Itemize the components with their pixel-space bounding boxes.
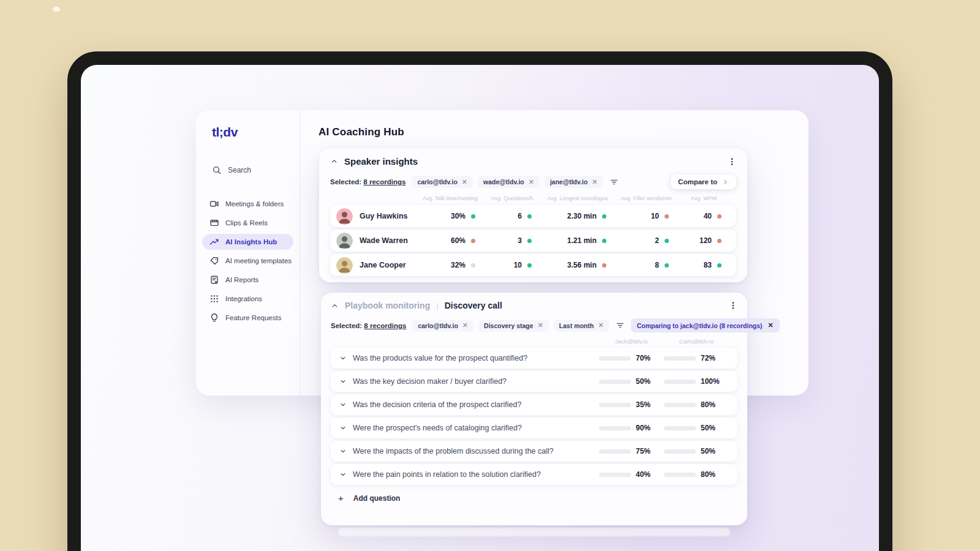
score-percent: 90% [636,424,650,432]
speaker-insights-panel: Speaker insights Selected: 8 recordings … [319,148,747,282]
playbook-question-row[interactable]: Was the key decision maker / buyer clari… [331,371,737,392]
filter-chip[interactable]: wade@tldv.io✕ [478,176,540,188]
progress-bar [599,380,631,384]
question-text: Were the impacts of the problem discusse… [353,447,599,455]
filter-chip-label: wade@tldv.io [483,178,524,186]
close-icon[interactable]: ✕ [592,179,597,186]
avatar [336,208,353,225]
selected-label: Selected: 8 recordings [331,322,406,329]
page-title: AI Coaching Hub [318,126,404,138]
clapperboard-icon [209,218,219,228]
sidebar-item-label: AI meeting templates [225,257,292,264]
filter-chip[interactable]: Discovery stage✕ [478,320,549,332]
metric-value: 3 [518,236,522,245]
playbook-monitoring-panel: Playbook monitoring | Discovery call Sel… [321,293,747,525]
collapse-chevron-up-icon[interactable] [330,157,338,165]
score-percent: 50% [636,377,650,386]
avatar [336,257,353,274]
metric-cell: 3.56 min [540,261,615,269]
add-question-button[interactable]: + Add question [331,493,737,503]
score-percent: 50% [701,447,715,455]
playbook-question-row[interactable]: Was the products value for the prospect … [331,348,737,369]
status-dot-bad [717,239,722,243]
carlo-score-cell: 100% [664,377,729,386]
sidebar-item-meetings-folders[interactable]: Meetings & folders [202,196,293,212]
close-icon[interactable]: ✕ [538,322,543,329]
close-icon[interactable]: ✕ [598,322,603,329]
filter-chip-label: carlo@tldv.io [418,322,458,329]
carlo-score-cell: 50% [664,424,729,432]
sidebar-item-ai-meeting-templates[interactable]: AI meeting templates [202,253,293,269]
filter-icon[interactable] [609,178,619,187]
chevron-right-icon [722,179,729,186]
compare-to-button[interactable]: Compare to [671,174,736,189]
add-question-label: Add question [353,494,401,503]
selected-recordings-link[interactable]: 8 recordings [364,322,406,329]
playbook-question-row[interactable]: Were the pain points in relation to the … [331,464,737,485]
column-header: Avg. Questions/h [484,195,540,201]
carlo-score-cell: 80% [664,470,729,479]
playbook-question-list: Was the products value for the prospect … [331,348,737,485]
collapse-chevron-up-icon[interactable] [331,302,339,310]
stacked-card-echo [338,528,730,536]
kebab-menu-icon[interactable] [729,301,737,310]
selected-label: Selected: 8 recordings [330,178,405,186]
status-dot-neutral [471,263,475,268]
sidebar-item-feature-requests[interactable]: Feature Requests [202,310,293,326]
search-button[interactable]: Search [212,165,300,175]
score-percent: 72% [701,354,715,362]
comparing-to-label: Comparing to jack@tldv.io (8 recordings) [637,322,763,329]
chevron-down-icon[interactable] [339,354,347,362]
speaker-name: Guy Hawkins [360,212,417,220]
chevron-down-icon[interactable] [339,378,347,385]
metric-cell: 32% [417,261,484,269]
filter-chip[interactable]: carlo@tldv.io✕ [412,320,473,332]
search-label: Search [228,166,251,174]
question-text: Were the pain points in relation to the … [353,470,599,479]
chevron-down-icon[interactable] [339,448,347,455]
grid-dots-icon [209,294,219,304]
playbook-question-row[interactable]: Was the decision criteria of the prospec… [331,394,737,415]
close-icon[interactable]: ✕ [529,179,534,186]
playbook-question-row[interactable]: Were the impacts of the problem discusse… [331,441,737,462]
speaker-insights-title: Speaker insights [344,156,418,167]
sidebar-item-integrations[interactable]: Integrations [202,291,293,307]
speaker-row[interactable]: Guy Hawkins30%62.30 min1040 [330,205,736,227]
metric-value: 10 [514,261,522,269]
video-camera-icon [209,199,219,209]
sidebar-item-label: AI Reports [225,276,258,283]
metric-value: 120 [699,236,712,245]
sidebar-item-clips-reels[interactable]: Clips & Reels [202,215,293,231]
filter-chip[interactable]: jane@tldv.io✕ [545,176,603,188]
playbook-question-row[interactable]: Were the prospect's needs of cataloging … [331,418,737,438]
sidebar-item-ai-insights-hub[interactable]: AI Insights Hub [202,234,293,250]
sidebar-item-ai-reports[interactable]: AI Reports [202,272,293,288]
comparing-to-chip[interactable]: Comparing to jack@tldv.io (8 recordings)… [631,318,780,332]
chevron-down-icon[interactable] [339,471,347,478]
close-icon[interactable]: ✕ [462,322,468,329]
metric-cell: 3 [484,236,540,245]
plus-icon: + [338,493,344,503]
status-dot-good [665,263,669,268]
status-dot-good [602,214,606,219]
status-dot-bad [665,214,669,219]
tldv-logo[interactable]: tl;dv [212,125,300,140]
filter-icon[interactable] [616,321,625,330]
chevron-down-icon[interactable] [339,401,347,408]
sidebar-menu: Meetings & foldersClips & ReelsAI Insigh… [196,196,300,326]
close-icon[interactable]: ✕ [768,321,774,329]
column-header: Avg. Filler words/min [615,195,677,201]
close-icon[interactable]: ✕ [462,179,467,186]
selected-recordings-link[interactable]: 8 recordings [363,178,405,186]
kebab-menu-icon[interactable] [728,157,736,167]
speaker-row[interactable]: Jane Cooper32%103.56 min883 [330,254,736,276]
filter-chip[interactable]: Last month✕ [554,320,609,332]
chevron-down-icon[interactable] [339,424,347,432]
progress-bar [664,380,696,384]
filter-chip[interactable]: carlo@tldv.io✕ [412,176,473,188]
progress-bar [664,356,696,361]
score-percent: 40% [636,470,650,479]
discovery-call-title: Discovery call [445,301,502,310]
speaker-row[interactable]: Wade Warren60%31.21 min2120 [330,230,736,252]
status-dot-good [717,263,722,268]
